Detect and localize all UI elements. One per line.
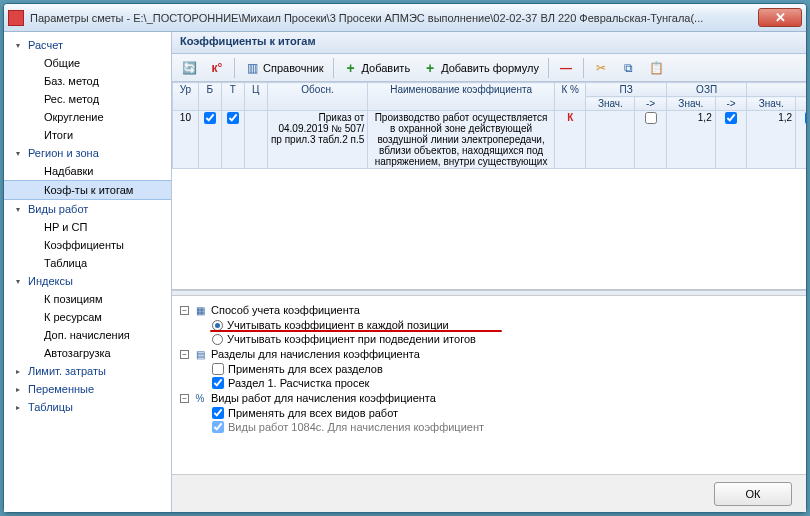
sidebar-group-region[interactable]: Регион и зона (4, 144, 171, 162)
tree-check-row[interactable]: Применять для всех разделов (176, 362, 802, 376)
sub-zn[interactable]: Знач. (747, 97, 796, 111)
cell-ur[interactable]: 10 (173, 111, 199, 169)
sidebar-group-tables[interactable]: Таблицы (4, 398, 171, 416)
k-icon: к° (209, 60, 225, 76)
tree-check-row[interactable]: Виды работ 1084с. Для начисления коэффиц… (176, 420, 802, 434)
col-em[interactable]: ЭМ (747, 83, 806, 97)
cell-k[interactable]: К (554, 111, 586, 169)
titlebar[interactable]: Параметры сметы - E:\_ПОСТОРОННИЕ\Михаил… (4, 4, 806, 32)
cut-button[interactable]: ✂ (588, 57, 614, 79)
separator (548, 58, 549, 78)
sidebar-item[interactable]: К позициям (4, 290, 171, 308)
sidebar-item[interactable]: Надбавки (4, 162, 171, 180)
cell-em-ar[interactable] (796, 111, 806, 169)
col-ur[interactable]: Ур (173, 83, 199, 111)
cell-em-zn[interactable]: 1,2 (747, 111, 796, 169)
col-c[interactable]: Ц (244, 83, 267, 111)
group-label: Разделы для начисления коэффициента (211, 348, 420, 360)
add-button[interactable]: +Добавить (338, 57, 416, 79)
sub-ar[interactable]: -> (796, 97, 806, 111)
sidebar-item[interactable]: Баз. метод (4, 72, 171, 90)
sub-zn[interactable]: Знач. (586, 97, 635, 111)
tree-group[interactable]: − ▤ Разделы для начисления коэффициента (176, 346, 802, 362)
sidebar-group-limit[interactable]: Лимит. затраты (4, 362, 171, 380)
grid[interactable]: Ур Б Т Ц Обосн. Наименование коэффициент… (172, 82, 806, 290)
sub-ar[interactable]: -> (635, 97, 667, 111)
cell-pz-zn[interactable] (586, 111, 635, 169)
sidebar-item-coeff[interactable]: Коэф-ты к итогам (4, 180, 171, 200)
checkbox[interactable] (227, 112, 239, 124)
calc-icon: ▦ (193, 303, 207, 317)
tree-group[interactable]: − ▦ Способ учета коэффициента (176, 302, 802, 318)
sidebar[interactable]: Расчет Общие Баз. метод Рес. метод Округ… (4, 32, 172, 512)
separator (234, 58, 235, 78)
cell-ozp-ar[interactable] (715, 111, 747, 169)
add-formula-button[interactable]: +Добавить формулу (417, 57, 544, 79)
details-panel[interactable]: − ▦ Способ учета коэффициента Учитывать … (172, 296, 806, 474)
check-label: Применять для всех разделов (228, 363, 383, 375)
cell-ozp-zn[interactable]: 1,2 (666, 111, 715, 169)
sub-ar[interactable]: -> (715, 97, 747, 111)
cell-name[interactable]: Производство работ осуществляется в охра… (368, 111, 555, 169)
scissors-icon: ✂ (593, 60, 609, 76)
separator (583, 58, 584, 78)
tree-group[interactable]: − % Виды работ для начисления коэффициен… (176, 390, 802, 406)
reference-button[interactable]: ▥Справочник (239, 57, 329, 79)
tree-check-row[interactable]: Применять для всех видов работ (176, 406, 802, 420)
col-pz[interactable]: ПЗ (586, 83, 666, 97)
checkbox[interactable] (725, 112, 737, 124)
sidebar-item[interactable]: К ресурсам (4, 308, 171, 326)
checkbox[interactable] (645, 112, 657, 124)
sidebar-group-vars[interactable]: Переменные (4, 380, 171, 398)
checkbox[interactable] (212, 377, 224, 389)
collapse-icon[interactable]: − (180, 350, 189, 359)
tree-check-row[interactable]: Раздел 1. Расчистка просек (176, 376, 802, 390)
sidebar-group-index[interactable]: Индексы (4, 272, 171, 290)
table-row[interactable]: 10 Приказ от 04.09.2019 № 507/пр прил.3 … (173, 111, 807, 169)
checkbox[interactable] (805, 112, 806, 124)
tree-radio-row[interactable]: Учитывать коэффициент в каждой позиции (176, 318, 802, 332)
cell-pz-ar[interactable] (635, 111, 667, 169)
collapse-icon[interactable]: − (180, 306, 189, 315)
sidebar-group-calc[interactable]: Расчет (4, 36, 171, 54)
delete-button[interactable]: — (553, 57, 579, 79)
close-button[interactable]: ✕ (758, 8, 802, 27)
add-label: Добавить (362, 62, 411, 74)
copy-button[interactable]: ⧉ (616, 57, 642, 79)
sidebar-item[interactable]: Коэффициенты (4, 236, 171, 254)
sidebar-group-works[interactable]: Виды работ (4, 200, 171, 218)
checkbox[interactable] (212, 407, 224, 419)
sidebar-item[interactable]: Округление (4, 108, 171, 126)
ok-button[interactable]: ОК (714, 482, 792, 506)
cell-t[interactable] (221, 111, 244, 169)
cell-c[interactable] (244, 111, 267, 169)
sidebar-item[interactable]: Доп. начисления (4, 326, 171, 344)
sidebar-item[interactable]: Итоги (4, 126, 171, 144)
col-name[interactable]: Наименование коэффициента (368, 83, 555, 111)
checkbox[interactable] (212, 421, 224, 433)
checkbox[interactable] (204, 112, 216, 124)
sidebar-item[interactable]: Рес. метод (4, 90, 171, 108)
cell-obos[interactable]: Приказ от 04.09.2019 № 507/пр прил.3 таб… (267, 111, 368, 169)
cell-b[interactable] (198, 111, 221, 169)
tree-radio-row[interactable]: Учитывать коэффициент при подведении ито… (176, 332, 802, 346)
col-k[interactable]: К % (554, 83, 586, 111)
sidebar-item[interactable]: Таблица (4, 254, 171, 272)
sub-zn[interactable]: Знач. (666, 97, 715, 111)
plus-icon: + (343, 60, 359, 76)
sidebar-item[interactable]: Общие (4, 54, 171, 72)
col-b[interactable]: Б (198, 83, 221, 111)
sidebar-item[interactable]: Автозагрузка (4, 344, 171, 362)
col-ozp[interactable]: ОЗП (666, 83, 746, 97)
sidebar-item[interactable]: НР и СП (4, 218, 171, 236)
refresh-button[interactable]: 🔄 (176, 57, 202, 79)
collapse-icon[interactable]: − (180, 394, 189, 403)
col-obos[interactable]: Обосн. (267, 83, 368, 111)
checkbox[interactable] (212, 363, 224, 375)
col-t[interactable]: Т (221, 83, 244, 111)
paste-button[interactable]: 📋 (644, 57, 670, 79)
main: Коэффициенты к итогам 🔄 к° ▥Справочник +… (172, 32, 806, 512)
radio[interactable] (212, 334, 223, 345)
radio-selected[interactable] (212, 320, 223, 331)
k-button[interactable]: к° (204, 57, 230, 79)
